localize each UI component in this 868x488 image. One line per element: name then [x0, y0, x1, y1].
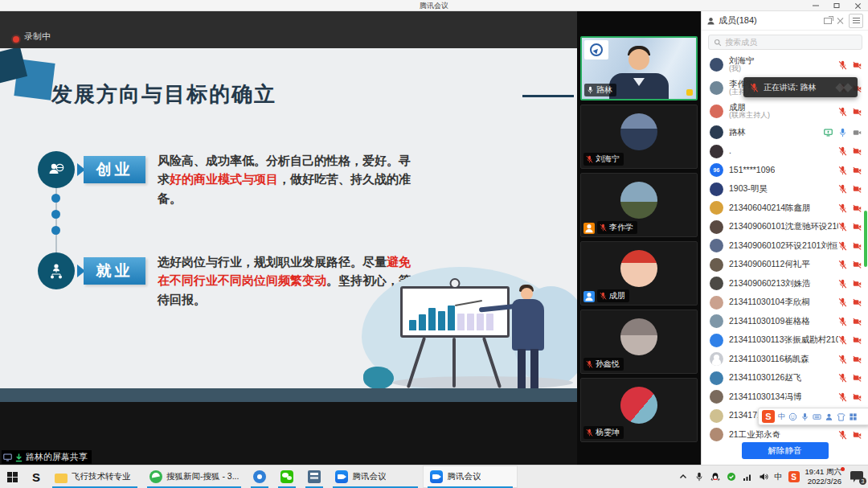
member-row[interactable]: 刘海宁 (我) — [702, 53, 868, 76]
share-label: 路林的屏幕共享 — [26, 451, 88, 463]
s-logo-icon: S — [32, 470, 40, 484]
skin-icon[interactable] — [837, 412, 845, 421]
emoji-icon[interactable] — [788, 412, 797, 421]
sogou-input-toolbar[interactable]: S 中 — [758, 408, 868, 425]
taskbar-item[interactable] — [273, 465, 301, 488]
mic-off-icon — [838, 184, 847, 194]
member-name: 213411030116杨凯森 — [729, 355, 809, 364]
member-row[interactable]: 213409060101沈意驰环设2101 — [702, 218, 868, 237]
member-row[interactable]: 213411030134冯博 — [702, 388, 868, 407]
window-title: 腾讯会议 — [0, 1, 868, 11]
member-name: 路林 — [729, 128, 746, 137]
video-tile[interactable]: 孙鑫悦 — [580, 310, 698, 374]
taskbar-item-meeting[interactable]: 腾讯会议 — [423, 465, 518, 488]
minimize-button[interactable] — [805, 0, 826, 11]
panel-menu-button[interactable] — [849, 14, 863, 28]
qq-icon[interactable] — [710, 472, 721, 482]
member-row[interactable]: 213411030116杨凯森 — [702, 350, 868, 369]
ime-indicator[interactable]: 中 — [775, 471, 783, 482]
slide-footer-bar — [0, 388, 577, 402]
member-row[interactable]: 213409060102环设2101刘恒利 — [702, 236, 868, 256]
member-name: 213411030104李欣桐 — [729, 297, 810, 307]
role-badge-icon — [583, 291, 595, 302]
action-center-icon[interactable]: 3 — [850, 471, 863, 482]
calc-icon — [308, 470, 321, 483]
ime-mode-indicator[interactable]: 中 — [778, 412, 785, 422]
toolbox-icon[interactable] — [849, 412, 858, 421]
members-icon — [706, 16, 715, 26]
member-row[interactable]: 96 151****1096 — [702, 161, 868, 180]
member-row[interactable]: 成朋 (联席主持人) — [702, 100, 868, 123]
flipchart-board — [400, 286, 510, 338]
taskbar-item[interactable] — [301, 465, 328, 488]
chevron-up-icon[interactable] — [678, 472, 689, 482]
mic-status-icon — [586, 360, 593, 368]
recording-icon — [13, 36, 19, 43]
member-row[interactable]: 213411030104李欣桐 — [702, 293, 868, 313]
popout-icon[interactable] — [824, 18, 832, 24]
member-avatar — [710, 409, 723, 423]
video-tile[interactable]: 杨雯坤 — [580, 378, 698, 442]
mic-off-icon — [838, 392, 847, 402]
taskbar-item-browser[interactable]: 搜狐新闻-搜狐 - 3... — [142, 465, 246, 488]
member-row[interactable]: 213411030109崔格格 — [702, 312, 868, 331]
keyboard-icon[interactable] — [813, 412, 821, 421]
video-tile[interactable]: 路林 — [580, 36, 698, 100]
member-name: 213411030109崔格格 — [729, 317, 810, 326]
cam-off-icon — [853, 279, 862, 289]
member-row[interactable]: 1903-明昊 — [702, 180, 868, 199]
member-row[interactable]: 21工业郑永奇 — [702, 425, 868, 445]
member-name: 21工业郑永奇 — [729, 430, 780, 440]
cam-off-icon — [853, 355, 862, 364]
member-search[interactable] — [708, 35, 862, 50]
member-avatar — [710, 239, 723, 252]
unmute-button[interactable]: 解除静音 — [742, 442, 829, 459]
member-row[interactable]: 213409060213刘姝浩 — [702, 274, 868, 293]
cam-off-icon — [853, 260, 862, 269]
close-button[interactable] — [847, 0, 868, 11]
chart-bar — [448, 306, 455, 330]
member-name: 213406040214陈鑫朋 — [729, 203, 811, 213]
member-row[interactable]: . — [702, 142, 868, 162]
tray-mic-icon[interactable] — [694, 472, 705, 482]
sogou-logo-icon[interactable]: S — [762, 410, 775, 423]
taskbar-item-folder[interactable]: 飞行技术转专业 — [47, 465, 142, 488]
participant-name: 孙鑫悦 — [596, 359, 620, 370]
video-tile[interactable]: 刘海宁 — [580, 105, 698, 169]
search-input[interactable] — [725, 38, 857, 47]
scrollbar-thumb[interactable] — [864, 211, 867, 267]
maximize-button[interactable] — [826, 0, 847, 11]
voice-input-icon[interactable] — [800, 412, 809, 421]
easel-leg — [452, 338, 456, 388]
member-row[interactable]: 213411030126赵飞 — [702, 369, 868, 388]
taskbar-item-meeting[interactable]: 腾讯会议 — [328, 465, 423, 488]
member-row[interactable]: 213411030113张振威勘村2101 — [702, 331, 868, 351]
security-icon[interactable] — [727, 472, 737, 482]
member-avatar — [710, 428, 723, 441]
sogou-tray-icon[interactable]: S — [788, 471, 800, 482]
search-app-button[interactable]: S — [25, 465, 47, 488]
member-row[interactable]: 213409060112何礼平 — [702, 256, 868, 275]
cam-off-icon — [853, 335, 862, 345]
below-slide-area: 路林的屏幕共享 — [0, 402, 577, 465]
share-icon — [824, 128, 833, 137]
video-tile[interactable]: 成朋 — [580, 241, 698, 306]
panel-close-icon[interactable] — [837, 17, 844, 24]
cam-off-icon — [853, 222, 862, 232]
start-button[interactable] — [0, 465, 25, 488]
member-row[interactable]: 路林 — [702, 123, 868, 142]
profile-icon[interactable] — [825, 412, 833, 421]
clock[interactable]: 19:41 周六2022/3/26 — [805, 467, 845, 486]
network-icon[interactable] — [743, 472, 753, 482]
mic-off-icon — [838, 146, 847, 156]
member-avatar — [710, 371, 723, 385]
mic-off-icon — [838, 335, 847, 345]
member-row[interactable]: 213406040214陈鑫朋 — [702, 199, 868, 218]
taskbar: S飞行技术转专业搜狐新闻-搜狐 - 3...腾讯会议腾讯会议中S19:41 周六… — [0, 465, 868, 488]
meeting-icon — [335, 470, 348, 483]
members-panel: 成员(184) 刘海宁 (我) 李作学 (主持人) 成朋 (联 — [701, 11, 868, 465]
participant-name: 路林 — [596, 84, 612, 96]
taskbar-item[interactable] — [246, 465, 273, 488]
volume-icon[interactable] — [759, 472, 769, 482]
video-tile[interactable]: 李作学 — [580, 173, 698, 237]
